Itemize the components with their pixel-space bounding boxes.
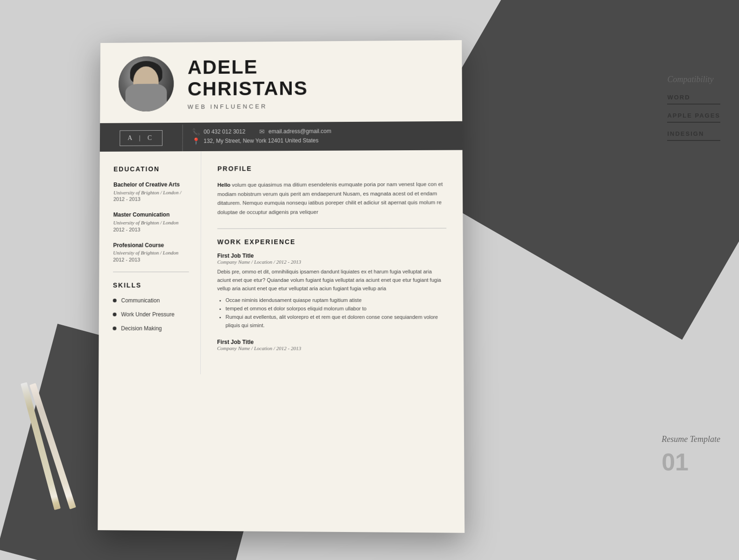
education-title: EDUCATION bbox=[113, 165, 189, 173]
work-exp-divider bbox=[218, 228, 447, 229]
profile-photo bbox=[119, 56, 174, 112]
template-script-label: Resume Template bbox=[662, 434, 720, 444]
job-bullet-1-3: Rumqui aut evellentus, alit volorepro et… bbox=[225, 313, 447, 330]
edu-item-2: Master Comunication University of Bright… bbox=[113, 211, 190, 232]
compat-word: WORD bbox=[667, 94, 720, 105]
edu-year-1: 2012 - 2013 bbox=[113, 196, 189, 202]
job-bullet-1-1: Occae niminis idendusament quiaspe rupta… bbox=[225, 296, 447, 304]
work-experience-section: WORK EXPERIENCE First Job Title Company … bbox=[217, 238, 447, 351]
job-bullets-1: Occae niminis idendusament quiaspe rupta… bbox=[217, 296, 447, 330]
contact-row-1: 📞 00 432 012 3012 ✉ email.adress@gmail.c… bbox=[192, 127, 453, 136]
skill-item-1: Communication bbox=[113, 297, 189, 304]
job-desc-1: Debis pre, ommo et dit, omnihiliquis ips… bbox=[217, 267, 447, 293]
skill-bullet-2 bbox=[113, 313, 117, 316]
right-sidebar: Compatibility WORD APPLE PAGES INDESIGN bbox=[667, 75, 720, 148]
compat-apple: APPLE PAGES bbox=[667, 112, 720, 123]
body-shape bbox=[125, 84, 167, 112]
job-company-1: Company Name / Location / 2012 - 2013 bbox=[217, 259, 446, 265]
header-name: ADELE CHRISTANS bbox=[188, 55, 443, 99]
compatibility-list: WORD APPLE PAGES INDESIGN bbox=[667, 94, 720, 141]
skill-item-3: Decision Making bbox=[113, 325, 189, 332]
resume-body: EDUCATION Bachelor of Creative Arts Univ… bbox=[99, 150, 464, 375]
edu-item-1: Bachelor of Creative Arts University of … bbox=[113, 181, 189, 202]
job-title-2: First Job Title bbox=[217, 339, 447, 346]
left-column: EDUCATION Bachelor of Creative Arts Univ… bbox=[99, 151, 201, 374]
skills-title: SKILLS bbox=[113, 281, 189, 289]
contact-row-2: 📍 132, My Street, New York 12401 United … bbox=[192, 136, 453, 145]
job-title-1: First Job Title bbox=[217, 252, 446, 259]
job-item-1: First Job Title Company Name / Location … bbox=[217, 252, 447, 330]
pencils-decoration bbox=[37, 381, 56, 513]
phone-number: 00 432 012 3012 bbox=[204, 128, 245, 135]
monogram-area: A | C bbox=[100, 125, 183, 152]
skill-bullet-3 bbox=[113, 327, 116, 330]
edu-school-2: University of Brighton / London bbox=[113, 219, 189, 227]
edu-school-1: University of Brighton / London / bbox=[113, 189, 189, 196]
header-title: WEB INFLUENCER bbox=[188, 102, 443, 110]
job-bullet-1-2: temped et ommos et dolor solorpos eliqui… bbox=[225, 304, 447, 313]
skills-section: SKILLS Communication Work Under Pressure… bbox=[113, 281, 189, 332]
phone-contact: 📞 00 432 012 3012 bbox=[192, 128, 245, 135]
profile-title: PROFILE bbox=[218, 164, 446, 173]
compat-indesign: INDESIGN bbox=[667, 130, 720, 141]
location-icon: 📍 bbox=[192, 137, 200, 145]
contact-bar: A | C 📞 00 432 012 3012 ✉ email.adress@g… bbox=[100, 123, 463, 152]
skill-bullet-1 bbox=[113, 299, 117, 302]
address-text: 132, My Street, New York 12401 United St… bbox=[204, 137, 318, 144]
edu-item-3: Profesional Course University of Brighto… bbox=[113, 241, 189, 262]
edu-year-2: 2012 - 2013 bbox=[113, 226, 189, 232]
edu-degree-2: Master Comunication bbox=[113, 211, 189, 219]
template-number: 01 bbox=[662, 448, 720, 476]
header-text: ADELE CHRISTANS WEB INFLUENCER bbox=[188, 55, 443, 110]
right-column: PROFILE Hello volum que quiasimus ma dit… bbox=[201, 150, 464, 375]
resume-document: ADELE CHRISTANS WEB INFLUENCER A | C 📞 0… bbox=[98, 40, 465, 533]
compatibility-label: Compatibility bbox=[667, 75, 720, 84]
skills-divider bbox=[113, 272, 189, 272]
work-exp-title: WORK EXPERIENCE bbox=[217, 238, 446, 246]
contact-info: 📞 00 432 012 3012 ✉ email.adress@gmail.c… bbox=[183, 123, 463, 151]
edu-degree-3: Profesional Course bbox=[113, 241, 189, 249]
skills-list: Communication Work Under Pressure Decisi… bbox=[113, 297, 189, 332]
profile-text: Hello volum que quiasimus ma ditium esen… bbox=[218, 180, 446, 217]
resume-header: ADELE CHRISTANS WEB INFLUENCER bbox=[100, 40, 462, 125]
edu-school-3: University of Brighton / London bbox=[113, 249, 189, 257]
photo-circle bbox=[119, 56, 174, 112]
email-icon: ✉ bbox=[259, 128, 265, 135]
edu-degree-1: Bachelor of Creative Arts bbox=[113, 181, 189, 189]
monogram-box: A | C bbox=[120, 130, 162, 146]
email-contact: ✉ email.adress@gmail.com bbox=[259, 127, 331, 135]
job-company-2: Company Name / Location / 2012 - 2013 bbox=[217, 345, 447, 351]
skill-item-2: Work Under Pressure bbox=[113, 311, 189, 318]
email-address: email.adress@gmail.com bbox=[268, 128, 331, 135]
edu-year-3: 2012 - 2013 bbox=[113, 257, 189, 262]
address-contact: 📍 132, My Street, New York 12401 United … bbox=[192, 137, 318, 145]
profile-section: PROFILE Hello volum que quiasimus ma dit… bbox=[218, 164, 446, 217]
phone-icon: 📞 bbox=[192, 128, 200, 136]
job-item-2: First Job Title Company Name / Location … bbox=[217, 339, 447, 351]
education-section: EDUCATION Bachelor of Creative Arts Univ… bbox=[113, 165, 189, 263]
template-label-area: Resume Template 01 bbox=[662, 434, 720, 476]
